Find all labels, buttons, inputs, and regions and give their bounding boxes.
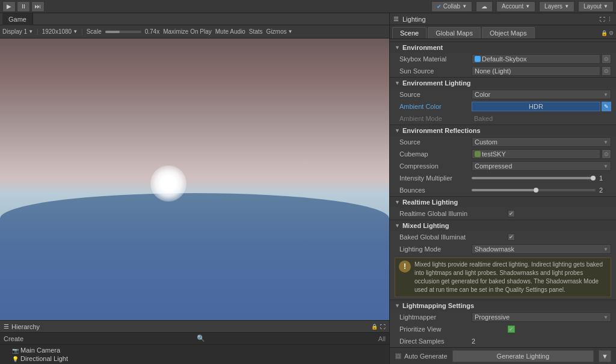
display-option[interactable]: Display 1 ▼	[2, 28, 33, 35]
gizmos-option[interactable]: Gizmos ▼	[266, 28, 293, 35]
prioritize-view-label: Prioritize View	[399, 325, 508, 333]
layout-button[interactable]: Layout ▼	[578, 1, 614, 12]
create-button[interactable]: Create	[4, 335, 23, 342]
lighting-menu-icon[interactable]: ⋮	[607, 16, 612, 22]
maximize-on-play-option[interactable]: Maximize On Play	[163, 28, 212, 35]
hierarchy-icon: ☰	[4, 323, 9, 330]
tab-object-maps[interactable]: Object Maps	[482, 27, 535, 39]
layers-arrow-icon: ▼	[564, 4, 569, 9]
hierarchy-lock-icon: 🔒	[371, 324, 378, 330]
hierarchy-header: ☰ Hierarchy 🔒 ⛶	[0, 321, 389, 333]
intensity-slider-thumb[interactable]	[591, 176, 596, 180]
layers-button[interactable]: Layers ▼	[539, 1, 574, 12]
cloud-icon: ☁	[481, 3, 487, 10]
skybox-material-pick-button[interactable]: ⊙	[602, 54, 611, 64]
sun-source-pick-button[interactable]: ⊙	[602, 66, 611, 76]
generate-lighting-button[interactable]: Generate Lighting	[452, 350, 594, 362]
baked-global-illum-checkbox[interactable]: ✔	[508, 233, 515, 241]
lighting-tab-settings-icon[interactable]: ⚙	[609, 30, 614, 36]
account-button[interactable]: Account ▼	[496, 1, 535, 12]
realtime-global-illum-checkbox[interactable]: ✔	[508, 210, 515, 217]
ambient-mode-value: Baked	[472, 114, 611, 123]
tab-global-maps[interactable]: Global Maps	[428, 27, 481, 39]
pause-button[interactable]: ⏸	[17, 1, 30, 12]
env-lighting-section-header[interactable]: ▼ Environment Lighting	[390, 77, 616, 88]
tab-scene[interactable]: Scene	[392, 27, 427, 39]
game-tab-bar: Game	[0, 13, 389, 25]
hierarchy-expand-icon: ⛶	[380, 324, 386, 330]
realtime-lighting-collapse-icon: ▼	[395, 199, 400, 205]
env-reflections-bounces-label: Bounces	[399, 187, 472, 194]
cubemap-pick-button[interactable]: ⊙	[602, 149, 611, 159]
lightmapper-value[interactable]: Progressive ▼	[472, 312, 611, 322]
direct-samples-value[interactable]: 2	[472, 338, 475, 345]
intensity-slider[interactable]	[472, 177, 596, 179]
env-reflections-bounces-thumb[interactable]	[534, 188, 538, 193]
lightmapper-arrow-icon: ▼	[603, 315, 608, 320]
auto-generate-checkbox[interactable]: □	[395, 353, 402, 360]
baked-global-illum-row: Baked Global Illuminat ✔	[390, 231, 616, 243]
lightmapping-collapse-icon: ▼	[395, 303, 400, 309]
environment-section-header[interactable]: ▼ Environment	[390, 42, 616, 53]
ambient-color-edit-button[interactable]: ✎	[602, 102, 611, 111]
lighting-mode-label: Lighting Mode	[399, 245, 472, 253]
intensity-label: Intensity Multiplier	[399, 174, 472, 182]
top-right-buttons: ✔ Collab ▼ ☁ Account ▼ Layers ▼ Layout ▼	[431, 1, 614, 12]
ambient-color-label: Ambient Color	[399, 103, 472, 110]
cubemap-value[interactable]: testSKY	[472, 149, 600, 159]
compression-row: Compression Compressed ▼	[390, 160, 616, 172]
lighting-mode-value[interactable]: Shadowmask ▼	[472, 244, 611, 254]
generate-lighting-arrow-button[interactable]: ▼	[599, 350, 611, 362]
realtime-global-illum-label: Realtime Global Illumin	[399, 210, 508, 217]
env-reflections-source-value[interactable]: Custom ▼	[472, 137, 611, 147]
lightmapper-row: Lightmapper Progressive ▼	[390, 311, 616, 323]
hierarchy-toolbar: Create 🔍 All	[0, 333, 389, 345]
env-lighting-source-row: Source Color ▼	[390, 88, 616, 100]
realtime-global-illum-row: Realtime Global Illumin ✔	[390, 208, 616, 220]
lighting-panel: ☰ Lighting ⛶ ⋮ Scene Global Maps Object …	[390, 13, 616, 364]
mute-audio-option[interactable]: Mute Audio	[215, 28, 245, 35]
mixed-lighting-section-header[interactable]: ▼ Mixed Lighting	[390, 220, 616, 231]
resolution-option[interactable]: 1920x1080 ▼	[42, 28, 78, 35]
direct-samples-label: Direct Samples	[399, 338, 472, 345]
lightmapping-settings-section-header[interactable]: ▼ Lightmapping Settings	[390, 300, 616, 311]
game-tab[interactable]: Game	[2, 13, 33, 25]
env-reflections-section-header[interactable]: ▼ Environment Reflections	[390, 125, 616, 136]
light-icon: 💡	[12, 356, 19, 362]
ambient-color-value[interactable]: HDR	[472, 102, 600, 111]
step-button[interactable]: ⏭	[31, 1, 45, 12]
prioritize-view-checkbox[interactable]: ✔	[508, 325, 515, 333]
ground-plane	[0, 193, 389, 320]
direct-samples-row: Direct Samples 2	[390, 335, 616, 347]
stats-option[interactable]: Stats	[249, 28, 263, 35]
display-arrow-icon: ▼	[28, 29, 33, 34]
cubemap-icon	[475, 151, 481, 157]
env-reflections-bounces-value: 2	[599, 187, 611, 194]
all-label: All	[378, 335, 386, 342]
scale-option: Scale 0.74x	[87, 28, 159, 35]
skybox-material-value[interactable]: Default-Skybox	[472, 54, 600, 64]
lighting-bottom-bar: □ Auto Generate Generate Lighting ▼	[390, 347, 616, 364]
lighting-icon: ☰	[393, 16, 399, 22]
account-arrow-icon: ▼	[525, 4, 530, 9]
ambient-mode-label: Ambient Mode	[399, 115, 472, 122]
cloud-button[interactable]: ☁	[476, 1, 493, 12]
env-lighting-source-value[interactable]: Color ▼	[472, 90, 611, 99]
sun-source-value[interactable]: None (Light)	[472, 66, 600, 76]
warning-icon: !	[399, 261, 411, 273]
lighting-expand-icon: ⛶	[600, 16, 605, 22]
play-controls: ▶ ⏸ ⏭	[2, 1, 45, 12]
warning-text: Mixed lights provide realtime direct lig…	[414, 261, 607, 294]
camera-icon: 📷	[12, 348, 19, 354]
lighting-tab-lock-icon: 🔒	[601, 30, 608, 36]
compression-value[interactable]: Compressed ▼	[472, 161, 611, 171]
list-item[interactable]: 📷 Main Camera	[4, 346, 386, 354]
env-reflections-collapse-icon: ▼	[395, 128, 400, 134]
search-input[interactable]: 🔍	[197, 335, 205, 342]
play-button[interactable]: ▶	[2, 1, 16, 12]
compression-arrow-icon: ▼	[603, 164, 608, 169]
collab-button[interactable]: ✔ Collab ▼	[431, 1, 472, 12]
list-item[interactable]: 💡 Directional Light	[4, 354, 386, 363]
env-reflections-bounces-slider[interactable]	[472, 189, 596, 191]
realtime-lighting-section-header[interactable]: ▼ Realtime Lighting	[390, 196, 616, 208]
